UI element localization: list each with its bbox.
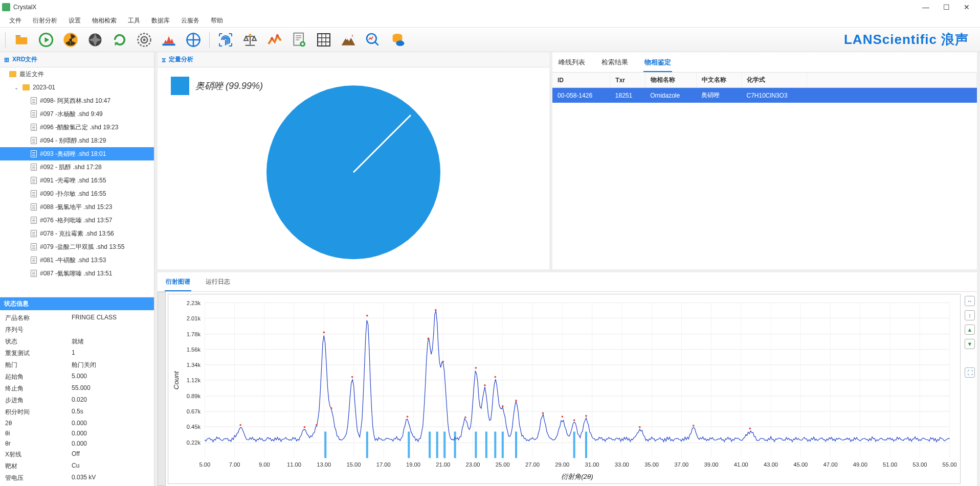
svg-rect-14 bbox=[318, 34, 330, 46]
tree-file[interactable]: #097 -水杨酸 .shd 9:49 bbox=[0, 107, 154, 121]
svg-point-10 bbox=[271, 37, 273, 39]
minimize-button[interactable]: — bbox=[921, 3, 931, 11]
refresh-icon[interactable] bbox=[110, 30, 129, 50]
status-row: 起始角5.000 bbox=[0, 371, 154, 383]
svg-text:21.00: 21.00 bbox=[436, 461, 450, 468]
tree-file[interactable]: #087 -氨氯噻嗪 .shd 13:51 bbox=[0, 267, 154, 280]
gear-icon[interactable] bbox=[135, 30, 154, 50]
svg-point-116 bbox=[442, 361, 444, 363]
diffraction-chart[interactable]: 0.22k0.45k0.67k0.89k1.12k1.34k1.56k1.78k… bbox=[168, 294, 960, 483]
close-button[interactable]: ✕ bbox=[962, 3, 972, 11]
status-row: 靶材Cu bbox=[0, 460, 154, 472]
tree-file[interactable]: #092 - 肌醇 .shd 17:28 bbox=[0, 160, 154, 174]
file-icon bbox=[31, 190, 37, 197]
app-icon bbox=[2, 3, 10, 11]
play-icon[interactable] bbox=[36, 30, 56, 50]
menu-file[interactable]: 文件 bbox=[4, 14, 27, 27]
expand-v-icon[interactable]: ↕ bbox=[965, 310, 975, 320]
phase-table[interactable]: ID Txr 物相名称 中文名称 化学式 00-058-1426 18251 O… bbox=[552, 73, 977, 103]
up-icon[interactable]: ▲ bbox=[965, 325, 975, 335]
search-chart-icon[interactable] bbox=[363, 30, 383, 50]
svg-text:0.45k: 0.45k bbox=[187, 424, 201, 430]
status-row: 步进角0.020 bbox=[0, 395, 154, 406]
menu-settings[interactable]: 设置 bbox=[63, 14, 86, 27]
tab-search-results[interactable]: 检索结果 bbox=[600, 56, 629, 72]
tree-file[interactable]: #088 -氨氯地平 .shd 15:23 bbox=[0, 200, 154, 214]
svg-point-9 bbox=[249, 34, 251, 36]
svg-point-109 bbox=[323, 332, 325, 334]
svg-point-112 bbox=[366, 315, 368, 317]
expand-h-icon[interactable]: ↔ bbox=[965, 296, 975, 306]
svg-text:53.00: 53.00 bbox=[912, 461, 927, 468]
down-icon[interactable]: ▼ bbox=[965, 339, 975, 349]
trend-icon[interactable] bbox=[265, 30, 284, 50]
tree-file[interactable]: #091 -壳霉唑 .shd 16:55 bbox=[0, 174, 154, 187]
target-icon[interactable] bbox=[184, 30, 203, 50]
tab-run-log[interactable]: 运行日志 bbox=[205, 275, 231, 291]
app-title: CrystalX bbox=[13, 4, 921, 11]
svg-point-110 bbox=[330, 407, 332, 409]
svg-text:11.00: 11.00 bbox=[287, 461, 301, 468]
svg-text:25.00: 25.00 bbox=[496, 461, 510, 468]
grid-icon[interactable] bbox=[314, 30, 333, 50]
fingerprint-icon[interactable] bbox=[216, 30, 235, 50]
file-icon bbox=[31, 203, 37, 211]
aperture-icon[interactable] bbox=[85, 30, 105, 50]
menu-help[interactable]: 帮助 bbox=[206, 14, 228, 27]
file-tree[interactable]: 最近文件 ⌄ 2023-01 #098- 阿莫西林.shd 10:47#097 … bbox=[0, 67, 154, 297]
tab-phase-id[interactable]: 物相鉴定 bbox=[643, 56, 672, 72]
open-folder-icon[interactable] bbox=[12, 30, 31, 50]
toolbar: LANScientific浪声 bbox=[0, 28, 980, 52]
fullscreen-icon[interactable]: ⛶ bbox=[965, 367, 975, 378]
radiation-icon[interactable] bbox=[61, 30, 80, 50]
svg-text:23.00: 23.00 bbox=[466, 461, 480, 468]
tree-file[interactable]: #081 -牛磺酸 .shd 13:53 bbox=[0, 253, 154, 267]
tree-file[interactable]: #096 -醋酸氯己定 .shd 19:23 bbox=[0, 121, 154, 134]
mountain-icon[interactable] bbox=[339, 30, 358, 50]
maximize-button[interactable]: ☐ bbox=[941, 3, 951, 11]
svg-text:7.00: 7.00 bbox=[229, 461, 240, 468]
tab-diffraction-chart[interactable]: 衍射图谱 bbox=[165, 275, 191, 291]
cloud-db-icon[interactable] bbox=[388, 30, 407, 50]
file-icon bbox=[31, 217, 37, 224]
table-row[interactable]: 00-058-1426 18251 Ornidazole 奥硝唑 C7H10Cl… bbox=[552, 88, 977, 103]
status-row: 舱门舱门关闭 bbox=[0, 359, 154, 371]
svg-point-115 bbox=[435, 309, 437, 311]
tree-file[interactable]: #094 - 别嘌醇.shd 18:29 bbox=[0, 134, 154, 147]
svg-point-123 bbox=[542, 412, 544, 414]
svg-point-122 bbox=[515, 400, 517, 402]
svg-point-125 bbox=[573, 420, 575, 422]
chart-collapse-handle[interactable] bbox=[158, 292, 166, 486]
tab-peaks[interactable]: 峰线列表 bbox=[558, 56, 586, 72]
analysis-icon: ⧖ bbox=[162, 56, 166, 63]
tree-file[interactable]: #093 -奥硝唑 .shd 18:01 bbox=[0, 147, 154, 160]
file-icon bbox=[31, 124, 37, 131]
menu-database[interactable]: 数据库 bbox=[146, 14, 175, 27]
menu-tools[interactable]: 工具 bbox=[123, 14, 145, 27]
legend-text: 奥硝唑 (99.99%) bbox=[195, 80, 263, 92]
tree-file[interactable]: #078 - 克拉霉素 .shd 13:56 bbox=[0, 227, 154, 240]
svg-point-111 bbox=[351, 376, 353, 378]
folder-icon bbox=[9, 71, 16, 77]
svg-text:1.34k: 1.34k bbox=[187, 362, 201, 368]
tree-file[interactable]: #076 -格列吡嗪 .shd 13:57 bbox=[0, 214, 154, 227]
menu-phase-search[interactable]: 物相检索 bbox=[87, 14, 122, 27]
pie-legend: 奥硝唑 (99.99%) bbox=[171, 77, 263, 95]
menu-cloud[interactable]: 云服务 bbox=[176, 14, 205, 27]
file-icon bbox=[31, 257, 37, 264]
tree-recent-folder[interactable]: 最近文件 bbox=[0, 67, 154, 81]
balance-icon[interactable] bbox=[240, 30, 260, 50]
svg-point-114 bbox=[427, 338, 429, 340]
report-icon[interactable] bbox=[289, 30, 309, 50]
tree-folder-2023-01[interactable]: ⌄ 2023-01 bbox=[0, 81, 154, 94]
spectrum-icon[interactable] bbox=[159, 30, 179, 50]
tree-file[interactable]: #079 -盐酸二甲双胍 .shd 13:55 bbox=[0, 240, 154, 253]
status-row: 状态就绪 bbox=[0, 336, 154, 348]
tree-file[interactable]: #098- 阿莫西林.shd 10:47 bbox=[0, 94, 154, 107]
svg-text:49.00: 49.00 bbox=[853, 461, 867, 468]
svg-text:55.00: 55.00 bbox=[943, 461, 957, 468]
menu-diffraction[interactable]: 衍射分析 bbox=[28, 14, 62, 27]
tree-file[interactable]: #090 -扑尔敏 .shd 16:55 bbox=[0, 187, 154, 200]
svg-point-129 bbox=[749, 428, 751, 430]
file-icon bbox=[31, 137, 37, 144]
